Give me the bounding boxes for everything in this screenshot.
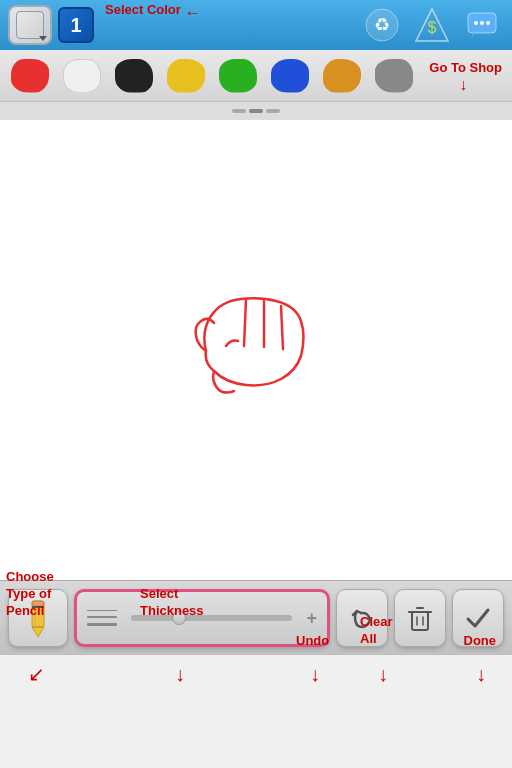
thick-line	[87, 623, 117, 626]
thickness-button[interactable]: +	[74, 589, 330, 647]
thickness-lines	[87, 610, 117, 626]
undo-arrow: ↓	[310, 663, 320, 686]
chat-icon	[464, 7, 500, 43]
svg-marker-13	[32, 627, 44, 637]
chevron-down-icon	[39, 36, 47, 41]
scroll-dot-3	[266, 109, 280, 113]
pencil-icon	[22, 599, 54, 637]
color-red[interactable]	[6, 56, 54, 96]
badge-count: 1	[58, 7, 94, 43]
trash-icon	[407, 604, 433, 632]
clear-all-arrow: ↓	[378, 663, 388, 686]
done-button[interactable]	[452, 589, 504, 647]
recycle-icon: ♻	[364, 7, 400, 43]
checkmark-icon	[464, 605, 492, 631]
fist-drawing	[156, 251, 356, 431]
svg-rect-18	[412, 612, 428, 630]
svg-rect-15	[32, 601, 44, 606]
undo-icon	[349, 605, 375, 631]
scroll-dots	[232, 109, 280, 113]
scroll-dot-2	[249, 109, 263, 113]
drawing-canvas[interactable]	[0, 120, 512, 580]
clear-all-button[interactable]	[394, 589, 446, 647]
svg-point-8	[486, 21, 490, 25]
scroll-dot-1	[232, 109, 246, 113]
select-color-button[interactable]	[8, 5, 52, 45]
choose-pencil-arrow: ↙	[28, 662, 45, 686]
svg-text:♻: ♻	[374, 15, 390, 35]
pencil-type-button[interactable]	[8, 589, 68, 647]
select-thickness-arrow: ↓	[175, 663, 185, 686]
top-bar: 1 ♻ $	[0, 0, 512, 50]
recycle-button[interactable]: ♻	[360, 5, 404, 45]
color-green[interactable]	[214, 56, 262, 96]
scroll-indicator	[0, 102, 512, 120]
color-blue[interactable]	[266, 56, 314, 96]
shop-icon: $	[414, 7, 450, 43]
palette-bar	[0, 50, 512, 102]
thickness-thumb[interactable]	[172, 611, 186, 625]
color-gold[interactable]	[318, 56, 366, 96]
color-yellow[interactable]	[162, 56, 210, 96]
color-gray[interactable]	[370, 56, 418, 96]
thickness-track[interactable]	[131, 615, 292, 621]
svg-line-11	[281, 306, 283, 349]
svg-text:$: $	[428, 19, 437, 36]
color-white[interactable]	[58, 56, 106, 96]
thickness-plus-icon: +	[306, 608, 317, 629]
color-swatch	[16, 11, 44, 39]
chat-button[interactable]	[460, 5, 504, 45]
shop-button[interactable]: $	[410, 5, 454, 45]
medium-line	[87, 616, 117, 618]
undo-button[interactable]	[336, 589, 388, 647]
bottom-toolbar: +	[0, 580, 512, 655]
svg-point-6	[474, 21, 478, 25]
svg-point-7	[480, 21, 484, 25]
color-black[interactable]	[110, 56, 158, 96]
svg-rect-16	[32, 606, 44, 608]
thin-line	[87, 610, 117, 611]
svg-line-9	[244, 299, 246, 346]
done-arrow: ↓	[476, 663, 486, 686]
